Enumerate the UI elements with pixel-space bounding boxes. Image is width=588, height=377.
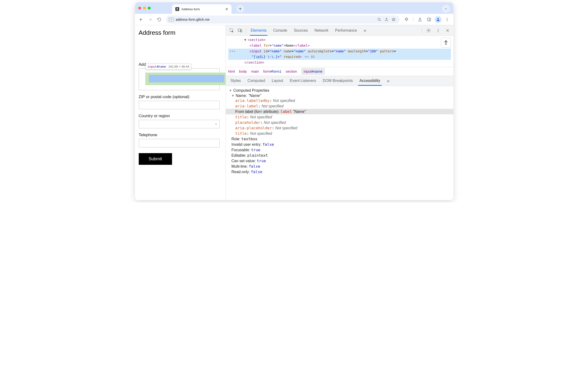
- page-heading: Address form: [139, 29, 222, 36]
- reload-button[interactable]: [156, 16, 162, 23]
- devtools-menu-icon[interactable]: [434, 26, 442, 35]
- svg-point-7: [447, 18, 447, 19]
- labs-icon[interactable]: [417, 16, 423, 23]
- bookmark-star-icon[interactable]: [390, 16, 397, 23]
- label-country: Country or region: [139, 114, 222, 118]
- devtools-settings-icon[interactable]: [424, 26, 433, 35]
- telephone-input[interactable]: [139, 139, 220, 147]
- forward-button[interactable]: [147, 16, 154, 23]
- inspect-highlight-content: [149, 75, 224, 82]
- a11y-computed-row: Editable: plaintext: [226, 153, 453, 158]
- label-telephone: Telephone: [139, 133, 222, 137]
- browser-window: Address form ✕ + address-form.glitch.me: [135, 2, 453, 200]
- a11y-prop-row: title: Not specified: [226, 131, 453, 136]
- svg-rect-12: [240, 30, 242, 32]
- breadcrumb-item[interactable]: main: [251, 69, 259, 73]
- devtools-divider: [246, 28, 246, 33]
- accessibility-panel: ▼ Computed Properties ▼ Name: "Name" ari…: [226, 86, 453, 176]
- devtools-more-tabs[interactable]: »: [360, 25, 370, 36]
- devtools-close-icon[interactable]: [443, 26, 452, 35]
- breadcrumb-item[interactable]: html: [228, 69, 235, 73]
- submit-button[interactable]: Submit: [139, 153, 172, 165]
- subtab-accessibility[interactable]: Accessibility: [356, 76, 384, 86]
- computed-properties-header[interactable]: ▼ Computed Properties: [226, 87, 453, 94]
- title-bar: Address form ✕ +: [135, 2, 453, 14]
- chrome-menu-icon[interactable]: [444, 16, 451, 23]
- svg-point-17: [445, 40, 446, 41]
- breadcrumb-item[interactable]: input#name: [301, 68, 325, 75]
- back-button[interactable]: [138, 16, 145, 23]
- svg-point-0: [170, 19, 171, 19]
- a11y-computed-row: Can set value: true: [226, 158, 453, 164]
- extensions-icon[interactable]: [403, 16, 410, 23]
- dom-row-actions-icon[interactable]: •••: [230, 48, 236, 54]
- devtools-tab-console[interactable]: Console: [270, 25, 291, 36]
- toolbar-divider: [413, 17, 413, 22]
- tab-search-button[interactable]: [442, 5, 450, 13]
- breadcrumb-item[interactable]: section: [286, 69, 297, 73]
- subtab-layout[interactable]: Layout: [268, 76, 286, 86]
- svg-point-4: [378, 18, 380, 20]
- devtools-tab-elements[interactable]: Elements: [248, 25, 270, 36]
- zip-input[interactable]: [139, 101, 220, 109]
- dom-tree[interactable]: ▼<section> <label for="name">Name</label…: [226, 36, 453, 67]
- accessibility-button[interactable]: [441, 38, 451, 48]
- a11y-name-row[interactable]: ▼ Name: "Name": [226, 94, 453, 98]
- a11y-computed-row: Role: textbox: [226, 136, 453, 142]
- svg-point-13: [428, 30, 429, 31]
- a11y-prop-row: aria-label: Not specified: [226, 103, 453, 109]
- devtools-panel: ElementsConsoleSourcesNetworkPerformance…: [226, 25, 453, 200]
- devtools-tab-performance[interactable]: Performance: [332, 25, 360, 36]
- minimize-window-button[interactable]: [143, 7, 146, 10]
- maximize-window-button[interactable]: [148, 7, 151, 10]
- favicon-icon: [175, 7, 179, 11]
- breadcrumb-item[interactable]: form#form1: [263, 69, 282, 73]
- close-window-button[interactable]: [138, 7, 141, 10]
- a11y-computed-row: Focusable: true: [226, 147, 453, 153]
- site-settings-icon[interactable]: [169, 18, 174, 22]
- a11y-computed-row: Read-only: false: [226, 169, 453, 175]
- devtools-tab-network[interactable]: Network: [311, 25, 332, 36]
- label-zip: ZIP or postal code (optional): [139, 94, 222, 99]
- svg-point-14: [438, 29, 438, 30]
- svg-rect-3: [170, 20, 171, 20]
- share-icon[interactable]: [383, 16, 390, 23]
- a11y-computed-row: Multi-line: false: [226, 164, 453, 169]
- device-toolbar-icon[interactable]: [236, 26, 244, 35]
- browser-tab[interactable]: Address form ✕: [172, 4, 232, 14]
- new-tab-button[interactable]: +: [236, 5, 244, 13]
- element-inspect-tooltip: input#name 342.88 × 48.44: [145, 64, 191, 70]
- zoom-icon[interactable]: [376, 16, 383, 23]
- window-controls: [138, 7, 151, 10]
- a11y-computed-row: Invalid user entry: false: [226, 142, 453, 147]
- dom-selected-node[interactable]: <input id="name" name="name" autocomplet…: [228, 48, 451, 60]
- rendered-page: Address form input#name 342.88 × 48.44 A…: [135, 25, 226, 200]
- profile-icon[interactable]: [435, 16, 441, 23]
- svg-rect-5: [427, 18, 431, 21]
- browser-toolbar: address-form.glitch.me: [135, 14, 453, 25]
- country-select[interactable]: [139, 120, 220, 128]
- subtab-more[interactable]: »: [384, 76, 393, 86]
- svg-point-9: [447, 20, 447, 21]
- svg-point-2: [171, 19, 172, 20]
- subtab-computed[interactable]: Computed: [244, 76, 268, 86]
- address-bar[interactable]: address-form.glitch.me: [166, 15, 400, 24]
- svg-point-15: [438, 30, 438, 31]
- inspect-element-icon[interactable]: [227, 26, 236, 35]
- subtab-styles[interactable]: Styles: [227, 76, 244, 86]
- svg-point-8: [447, 19, 447, 20]
- svg-point-16: [438, 31, 438, 32]
- content-area: Address form input#name 342.88 × 48.44 A…: [135, 25, 453, 200]
- devtools-tab-sources[interactable]: Sources: [291, 25, 311, 36]
- elements-subtabs: StylesComputedLayoutEvent ListenersDOM B…: [226, 76, 453, 86]
- sidepanel-icon[interactable]: [426, 16, 432, 23]
- a11y-prop-row: title: Not specified: [226, 114, 453, 120]
- subtab-dom-breakpoints[interactable]: DOM Breakpoints: [319, 76, 356, 86]
- tab-close-icon[interactable]: ✕: [225, 7, 228, 12]
- dom-breadcrumb: htmlbodymainform#form1sectioninput#name: [226, 67, 453, 76]
- subtab-event-listeners[interactable]: Event Listeners: [286, 76, 319, 86]
- a11y-from-label-row[interactable]: From label (for= attribute): label "Name…: [226, 109, 453, 114]
- svg-point-6: [437, 18, 439, 20]
- a11y-prop-row: aria-labelledby: Not specified: [226, 98, 453, 103]
- breadcrumb-item[interactable]: body: [239, 69, 247, 73]
